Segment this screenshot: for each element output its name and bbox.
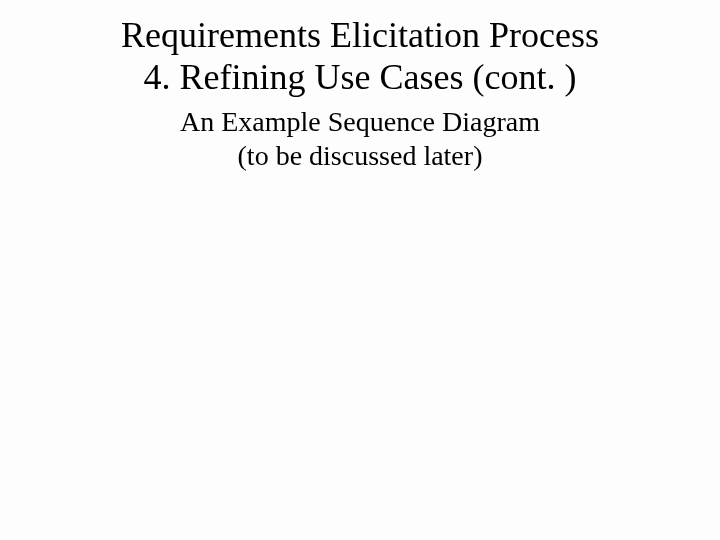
slide: Requirements Elicitation Process 4. Refi… — [0, 0, 720, 540]
slide-title: Requirements Elicitation Process 4. Refi… — [40, 14, 680, 99]
subtitle-line-2: (to be discussed later) — [238, 140, 483, 171]
title-line-1: Requirements Elicitation Process — [121, 15, 599, 55]
subtitle-line-1: An Example Sequence Diagram — [180, 106, 540, 137]
slide-subtitle: An Example Sequence Diagram (to be discu… — [60, 105, 660, 172]
title-line-2: 4. Refining Use Cases (cont. ) — [144, 57, 577, 97]
